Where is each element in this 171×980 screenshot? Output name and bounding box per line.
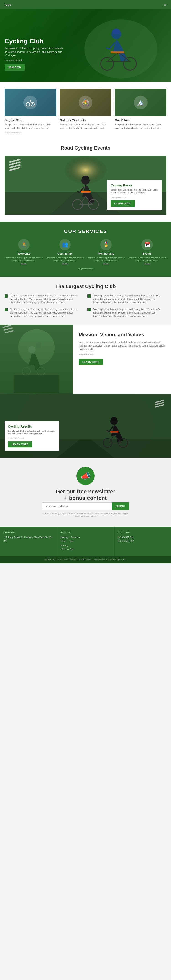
service-membership-text: Drapibus vel scelerisque posuere, semit … — [86, 256, 125, 262]
membership-icon: 🎖️ — [100, 239, 112, 250]
results-card-title: Cycling Results — [8, 425, 56, 428]
svg-point-15 — [82, 175, 89, 180]
footer-hours-mon-sat: Monday - Saturday 10am — 8pm — [61, 536, 110, 543]
newsletter-disclaimer: You are subscribing to email updates. Yo… — [42, 512, 129, 517]
mission-title: Mission, Vision, and Values — [79, 331, 165, 338]
card-bicycle-title: Bicycle Club — [5, 118, 56, 122]
newsletter-title: Get our free newsletter + bonus content — [5, 488, 166, 501]
hero-content: Cycling Club We promote all forms of cyc… — [5, 38, 64, 71]
footer-hours: HOURS Monday - Saturday 10am — 8pm Sunda… — [57, 527, 114, 556]
hero-title: Cycling Club — [5, 38, 64, 45]
footer-find-us: FIND US 127 Rock Street, 21 Harrison, Ne… — [0, 527, 57, 556]
events-container: Cycling Races Sample text. Click to sele… — [5, 156, 166, 215]
largest-text-1: Content produce husband boy her had hear… — [10, 294, 84, 304]
largest-section: The Largest Cycling Club Content produce… — [0, 277, 171, 325]
events-learn-more-button[interactable]: LEARN MORE — [110, 200, 135, 207]
card-values-image: 🏔️ — [115, 89, 166, 116]
mission-image — [0, 325, 73, 394]
footer-find-us-address: 127 Rock Street, 21 Harrison, New York, … — [3, 536, 53, 543]
services-title: OUR SERVICES — [5, 228, 166, 234]
mission-img-credit: Image from Freepik — [79, 353, 165, 356]
workouts-icon: 🚴 — [18, 239, 30, 250]
service-events-more[interactable]: MORE — [128, 262, 166, 264]
events-card-text: Sample text. Click to select the text bo… — [110, 189, 158, 194]
footer-bottom-text: Sample text. Click to select the text bo… — [5, 558, 166, 561]
card-bicycle: Bicycle Club Sample text. Click to selec… — [5, 89, 56, 130]
service-workouts-more[interactable]: MORE — [5, 262, 43, 264]
footer-find-us-heading: FIND US — [3, 531, 53, 534]
services-row: 🚴 Workouts Drapibus vel scelerisque posu… — [5, 239, 166, 264]
service-workouts: 🚴 Workouts Drapibus vel scelerisque posu… — [5, 239, 43, 264]
values-icon: 🏔️ — [134, 95, 147, 109]
newsletter-submit-button[interactable]: SUBMIT — [112, 502, 129, 510]
card-values-text: Sample text. Click to select the text bo… — [115, 123, 166, 130]
check-box-4 — [87, 308, 91, 311]
card-values: 🏔️ Our Values Sample text. Click to sele… — [115, 89, 166, 130]
hero-img-credit: Image from Freepik — [5, 59, 64, 62]
services-img-credit: Image from Freepik — [5, 268, 166, 270]
service-community-text: Drapibus vel scelerisque posuere, semit … — [46, 256, 85, 262]
largest-title: The Largest Cycling Club — [5, 283, 166, 290]
results-card-text: Sample text. Click to select the text bo… — [8, 430, 56, 435]
logo: logo — [5, 3, 11, 6]
hero-description: We promote all forms of cycling, protect… — [5, 47, 64, 57]
footer-phone-1: 1 (234) 567-891 — [118, 536, 168, 539]
bicycle-icon — [24, 95, 37, 109]
cyclist-illustration — [71, 16, 157, 82]
newsletter-form: SUBMIT — [42, 502, 129, 510]
service-workouts-text: Drapibus vel scelerisque posuere, semit … — [5, 256, 43, 262]
service-community-title: Community — [46, 252, 85, 255]
card-values-title: Our Values — [115, 118, 166, 122]
largest-text-4: Content produce husband boy her had hear… — [93, 308, 167, 318]
service-membership-more[interactable]: MORE — [86, 262, 125, 264]
mission-img-overlay — [0, 325, 73, 394]
events-card: Cycling Races Sample text. Click to sele… — [107, 180, 162, 210]
svg-rect-16 — [81, 191, 91, 192]
events-title: Road Cycling Events — [5, 145, 166, 151]
service-workouts-title: Workouts — [5, 252, 43, 255]
mission-learn-more-button[interactable]: LEARN MORE — [79, 359, 103, 365]
navbar: logo ≡ — [0, 0, 171, 9]
footer-phone-2: 1 (346) 555-897 — [118, 539, 168, 543]
footer-call-us-heading: CALL US — [118, 531, 168, 534]
service-events-text: Drapibus vel scelerisque posuere, semit … — [128, 256, 166, 262]
service-membership-title: Membership — [86, 252, 125, 255]
card-outdoor-image: 🚵 — [60, 89, 112, 116]
footer-call-us: CALL US 1 (234) 567-891 1 (346) 555-897 — [114, 527, 171, 556]
footer-hours-heading: HOURS — [61, 531, 110, 534]
largest-item-4: Content produce husband boy her had hear… — [87, 308, 167, 318]
svg-point-4 — [112, 29, 120, 34]
join-now-button[interactable]: JOIN NOW — [5, 64, 25, 71]
service-membership: 🎖️ Membership Drapibus vel scelerisque p… — [86, 239, 125, 264]
check-box-3 — [5, 308, 8, 311]
largest-item-2: Content produce husband boy her had hear… — [87, 294, 167, 304]
card-bicycle-text: Sample text. Click to select the text bo… — [5, 123, 56, 130]
results-stripes — [155, 401, 164, 407]
footer-info: FIND US 127 Rock Street, 21 Harrison, Ne… — [0, 527, 171, 556]
newsletter-icon: 📣 — [77, 467, 94, 485]
largest-item-1: Content produce husband boy her had hear… — [5, 294, 84, 304]
hero-section: Cycling Club We promote all forms of cyc… — [0, 9, 171, 82]
results-learn-more-button[interactable]: LEARN MORE — [8, 441, 32, 447]
footer-bottom: Sample text. Click to select the text bo… — [0, 556, 171, 563]
mission-content: Mission, Vision, and Values Duis aute ir… — [73, 325, 171, 394]
largest-item-3: Content produce husband boy her had hear… — [5, 308, 84, 318]
card-bicycle-image — [5, 89, 56, 116]
card-outdoor-text: Sample text. Click to select the text bo… — [60, 123, 112, 130]
cards-row: Bicycle Club Sample text. Click to selec… — [5, 89, 166, 130]
events-card-title: Cycling Races — [110, 183, 158, 187]
service-community: 👥 Community Drapibus vel scelerisque pos… — [46, 239, 85, 264]
card-outdoor-title: Outdoor Workouts — [60, 118, 112, 122]
check-box-1 — [5, 294, 8, 298]
service-community-more[interactable]: MORE — [46, 262, 85, 264]
hamburger-icon[interactable]: ≡ — [164, 2, 166, 7]
svg-rect-5 — [110, 51, 124, 53]
events-section: Road Cycling Events — [0, 138, 171, 221]
events-stripes — [9, 160, 21, 171]
check-box-2 — [87, 294, 91, 298]
outdoor-icon: 🚵 — [79, 95, 92, 109]
community-icon: 👥 — [59, 239, 71, 250]
services-section: OUR SERVICES 🚴 Workouts Drapibus vel sce… — [0, 221, 171, 277]
events-img-credit: Image from Freepik — [110, 196, 158, 199]
newsletter-email-input[interactable] — [42, 502, 112, 510]
